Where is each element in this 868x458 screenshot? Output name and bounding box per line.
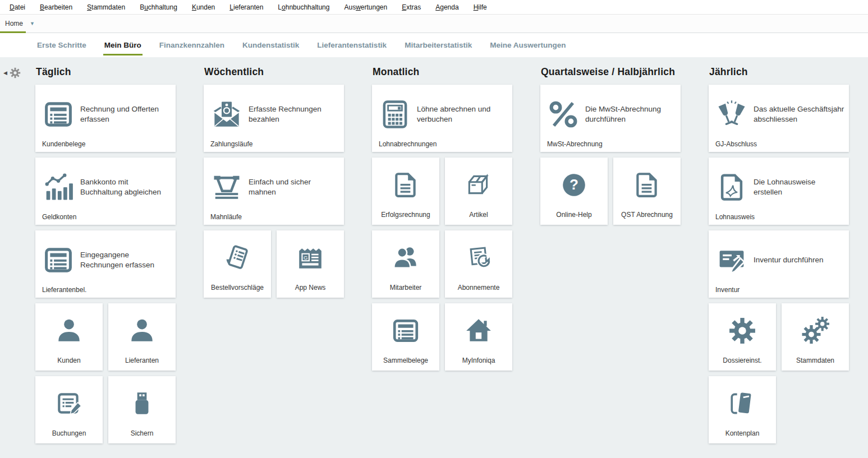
column-title: Monatlich	[373, 66, 512, 78]
card-label: QST Abrechnung	[619, 211, 675, 219]
menu-auswertungen[interactable]: Auswertungen	[337, 3, 394, 11]
person-icon	[55, 317, 83, 345]
books-icon	[728, 390, 756, 418]
card-buchungen[interactable]: Buchungen	[35, 376, 103, 443]
card-label: Sammelbelege	[381, 357, 430, 364]
envelope-money-icon	[212, 99, 242, 129]
menu-stammdaten[interactable]: Stammdaten	[80, 3, 132, 11]
tab-lieferantenstatistik[interactable]: Lieferantenstatistik	[308, 33, 396, 57]
tab-mitarbeiterstatistik[interactable]: Mitarbeiterstatistik	[396, 33, 481, 57]
card-inventur[interactable]: Inventur durchführenInventur	[709, 230, 849, 298]
tab-kundenstatistik[interactable]: Kundenstatistik	[233, 33, 308, 57]
card-stammdaten[interactable]: Stammdaten	[782, 303, 849, 371]
card-label: Abonnemente	[456, 284, 502, 292]
invoice-icon	[392, 317, 420, 345]
calculator-icon	[380, 99, 410, 129]
card-dossiereinst[interactable]: Dossiereinst.	[709, 303, 776, 371]
card-label: Online-Help	[554, 211, 594, 219]
menu-bearbeiten[interactable]: Bearbeiten	[33, 3, 80, 11]
card-bestellvorschlage[interactable]: Bestellvorschläge	[204, 230, 271, 298]
active-tab-indicator	[0, 31, 26, 33]
order-list-icon	[223, 244, 251, 272]
card-subtitle: Lohnabrechnungen	[379, 140, 437, 148]
tab-meine-auswertungen[interactable]: Meine Auswertungen	[481, 33, 575, 57]
card-geldkonten[interactable]: Bankkonto mit Buchhaltung abgleichenGeld…	[35, 158, 176, 225]
card-lohnabrechnungen[interactable]: Löhne abrechnen und verbuchenLohnabrechn…	[372, 85, 512, 152]
menu-extras[interactable]: Extras	[394, 3, 428, 11]
settings-gutter: ◀	[3, 67, 21, 78]
tab-finanzkennzahlen[interactable]: Finanzkennzahlen	[150, 33, 233, 57]
card-qst-abrechnung[interactable]: QST Abrechnung	[613, 158, 681, 225]
menu-buchhaltung[interactable]: Buchhaltung	[132, 3, 185, 11]
collapse-arrow-icon[interactable]: ◀	[3, 70, 7, 76]
card-app-news[interactable]: GApp News	[277, 230, 344, 298]
column-monatlich: MonatlichLöhne abrechnen und verbuchenLo…	[372, 65, 512, 443]
card-title: Löhne abrechnen und verbuchen	[417, 104, 508, 124]
card-kundenbelege[interactable]: Rechnung und Offerten erfassenKundenbele…	[35, 85, 176, 152]
column-wochentlich: WöchentlichErfasste Rechnungen bezahlenZ…	[204, 65, 344, 443]
card-title: Einfach und sicher mahnen	[249, 177, 339, 197]
card-gj-abschluss[interactable]: Das aktuelle Geschäftsjahr abschliessenG…	[709, 85, 849, 152]
percent-icon	[548, 99, 578, 129]
card-sammelbelege[interactable]: Sammelbelege	[372, 303, 439, 371]
tab-erste-schritte[interactable]: Erste Schritte	[28, 33, 95, 57]
card-artikel[interactable]: Artikel	[445, 158, 512, 225]
svg-text:G: G	[304, 255, 307, 261]
menu-hilfe[interactable]: Hilfe	[466, 3, 494, 11]
card-mahnlaufe[interactable]: Einfach und sicher mahnenMahnläufe	[204, 158, 344, 225]
cards-grid: Löhne abrechnen und verbuchenLohnabrechn…	[372, 85, 512, 371]
card-mitarbeiter[interactable]: Mitarbeiter	[372, 230, 439, 298]
tab-mein-buro[interactable]: Mein Büro	[95, 33, 150, 57]
card-lohnausweis[interactable]: Die Lohnausweise erstellenLohnausweis	[709, 158, 849, 225]
cards-grid: Rechnung und Offerten erfassenKundenbele…	[35, 85, 176, 443]
note-pencil-icon	[55, 390, 83, 418]
card-abonnemente[interactable]: Abonnemente	[445, 230, 512, 298]
bar-chart-icon	[43, 172, 74, 202]
card-label: Kunden	[55, 357, 82, 364]
card-lieferanten[interactable]: Lieferanten	[108, 303, 176, 371]
newspaper-icon: G	[296, 244, 324, 272]
invoice-icon	[43, 99, 74, 129]
card-label: Kontenplan	[723, 429, 762, 437]
card-kontenplan[interactable]: Kontenplan	[709, 376, 776, 443]
card-title: Bankkonto mit Buchhaltung abgleichen	[80, 177, 171, 197]
subscription-refresh-icon	[465, 244, 493, 272]
settings-gear-icon[interactable]	[10, 67, 21, 78]
document-tab-home[interactable]: Home ▼	[0, 15, 40, 33]
card-title: Die Lohnausweise erstellen	[754, 177, 844, 197]
column-title: Täglich	[36, 66, 176, 78]
invoice-icon	[43, 245, 74, 275]
menu-lohnbuchhaltung[interactable]: Lohnbuchhaltung	[270, 3, 337, 11]
chevron-down-icon[interactable]: ▼	[30, 21, 35, 26]
whiteboard-pen-icon	[717, 245, 747, 275]
document-tab-row: Home ▼	[0, 15, 868, 33]
menu-lieferanten[interactable]: Lieferanten	[222, 3, 270, 11]
card-label: Lieferanten	[123, 357, 161, 364]
card-erfolgsrechnung[interactable]: Erfolgsrechnung	[372, 158, 439, 225]
card-online-help[interactable]: ?Online-Help	[540, 158, 608, 225]
card-zahlungslaufe[interactable]: Erfasste Rechnungen bezahlenZahlungsläuf…	[204, 85, 344, 152]
menu-agenda[interactable]: Agenda	[428, 3, 466, 11]
dunning-tray-icon	[212, 172, 242, 202]
pdf-document-icon	[717, 172, 747, 202]
card-kunden[interactable]: Kunden	[35, 303, 103, 371]
svg-text:?: ?	[570, 176, 578, 193]
card-label: Buchungen	[50, 429, 89, 437]
column-quartalsweise-halbjahrlich: Quartalsweise / HalbjährlichDie MwSt-Abr…	[540, 65, 681, 443]
card-lieferantenbel[interactable]: Eingegangene Rechnungen erfassenLieferan…	[35, 230, 176, 298]
card-title: Das aktuelle Geschäftsjahr abschliessen	[754, 104, 844, 124]
card-title: Inventur durchführen	[754, 255, 824, 265]
card-myinfoniqa[interactable]: MyInfoniqa	[445, 303, 512, 371]
card-mwst-abrechnung[interactable]: Die MwSt-Abrechnung durchführenMwSt-Abre…	[540, 85, 681, 152]
card-label: Stammdaten	[794, 357, 837, 364]
column-title: Wöchentlich	[204, 66, 344, 78]
menu-datei[interactable]: Datei	[2, 3, 33, 11]
card-sichern[interactable]: Sichern	[108, 376, 176, 443]
cards-grid: Erfasste Rechnungen bezahlenZahlungsläuf…	[204, 85, 344, 298]
card-subtitle: MwSt-Abrechnung	[547, 140, 603, 148]
cards-grid: Das aktuelle Geschäftsjahr abschliessenG…	[709, 85, 849, 443]
menu-kunden[interactable]: Kunden	[185, 3, 222, 11]
document-icon	[633, 171, 661, 199]
card-subtitle: Kundenbelege	[42, 140, 85, 148]
document-tab-label: Home	[5, 20, 23, 27]
